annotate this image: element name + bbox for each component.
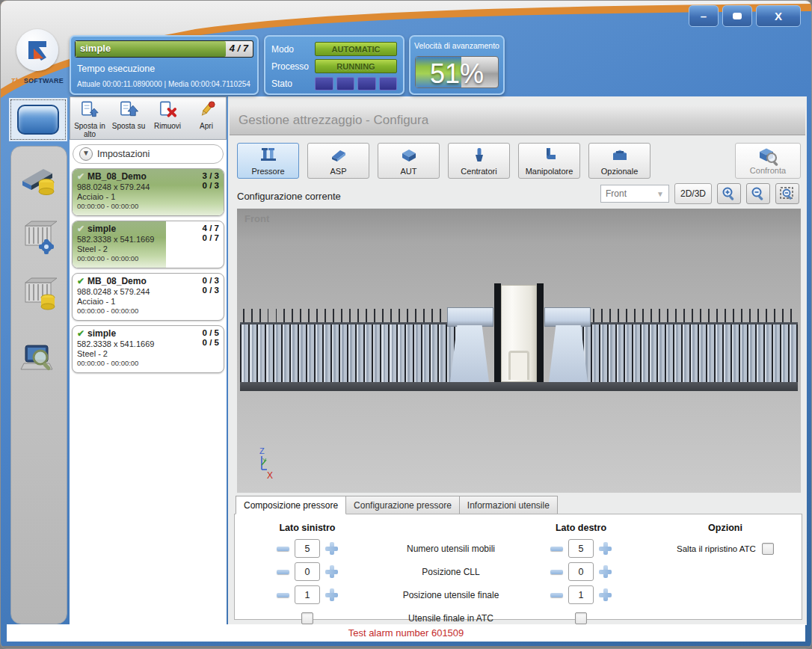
job-name: simple xyxy=(80,43,111,54)
job-card-dimensions: 988.0248 x 579.244 xyxy=(73,287,187,296)
sidebar-item-profile-database[interactable] xyxy=(18,159,60,200)
stepper-left: 1 xyxy=(277,585,338,604)
maximize-button[interactable] xyxy=(722,5,752,27)
toolbar-button-label: Rimuovi xyxy=(154,122,181,130)
tool-row-left xyxy=(240,309,464,382)
tab-aut[interactable]: AUT xyxy=(378,143,440,179)
increment-icon[interactable] xyxy=(325,588,338,601)
increment-icon[interactable] xyxy=(325,542,338,555)
increment-icon[interactable] xyxy=(325,565,338,578)
tab-label: Opzionale xyxy=(601,167,639,176)
center-column xyxy=(501,285,537,382)
decrement-icon[interactable] xyxy=(277,547,289,551)
toolbar-button-label: Sposta su xyxy=(112,122,145,130)
column-header-options: Opzioni xyxy=(708,519,742,537)
stepper-value[interactable]: 1 xyxy=(295,585,320,604)
decrement-icon[interactable] xyxy=(550,570,563,574)
stepper-left: 0 xyxy=(277,562,338,581)
job-card[interactable]: ✔MB_08_Demo0 / 3 0 / 3988.0248 x 579.244… xyxy=(72,273,224,321)
remove-icon xyxy=(158,99,178,122)
job-time-values: Attuale 00:00:11.0890000 | Media 00:00:0… xyxy=(77,80,250,88)
zoom-out-button[interactable] xyxy=(746,183,770,204)
sidebar-item-diagnostics[interactable] xyxy=(18,338,60,380)
detail-tab-informazioni-utensile[interactable]: Informazioni utensile xyxy=(459,496,558,514)
zoom-in-button[interactable] xyxy=(717,183,741,204)
view-select[interactable]: Front ▼ xyxy=(600,185,669,203)
minimize-button[interactable]: – xyxy=(689,5,719,27)
combo-arrow-icon: ▼ xyxy=(656,190,664,198)
checkbox-skip-atc-restore[interactable] xyxy=(762,543,774,555)
brand-text: TheSOFTWARE xyxy=(8,77,67,84)
detail-tabs: Composizione pressoreConfigurazione pres… xyxy=(236,496,557,514)
stato-indicator xyxy=(315,77,397,90)
aut-icon xyxy=(399,147,419,166)
confronta-button[interactable]: Confronta xyxy=(735,143,801,179)
tab-asp[interactable]: ASP xyxy=(307,143,369,179)
settings-expander[interactable]: ▼ Impostazioni xyxy=(73,144,224,164)
asp-icon xyxy=(329,147,348,166)
checkbox-left-atc[interactable] xyxy=(301,612,313,624)
detail-tab-configurazione-pressore[interactable]: Configurazione pressore xyxy=(345,496,460,514)
compare-icon xyxy=(757,146,779,166)
sidebar-item-rack-setup[interactable] xyxy=(18,215,60,257)
zoom-out-icon xyxy=(750,186,766,201)
job-toolbar: Sposta in altoSposta suRimuoviApri xyxy=(70,96,227,140)
increment-icon[interactable] xyxy=(599,542,612,555)
checkbox-right-atc[interactable] xyxy=(575,612,587,624)
feed-rate-panel: Velocità di avanzamento 51% xyxy=(409,35,505,95)
stepper-value[interactable]: 0 xyxy=(295,562,320,581)
stepper-value[interactable]: 5 xyxy=(295,539,320,558)
toolbar-button-apri[interactable]: Apri xyxy=(187,97,226,139)
check-icon: ✔ xyxy=(77,276,84,286)
page-title: Gestione attrezzaggio - Configura xyxy=(230,105,805,135)
job-card[interactable]: ✔MB_08_Demo3 / 3 0 / 3988.0248 x 579.244… xyxy=(72,168,224,216)
job-card-dimensions: 582.3338 x 541.1669 xyxy=(73,235,187,244)
toolbar-button-sposta-in-alto[interactable]: Sposta in alto xyxy=(70,97,109,139)
window-controls: – X xyxy=(689,5,801,27)
processo-value: RUNNING xyxy=(315,59,397,73)
decrement-icon[interactable] xyxy=(277,593,289,597)
category-tabs: PressoreASPAUTCentratoriManipolatoreOpzi… xyxy=(237,143,650,179)
toolbar-button-rimuovi[interactable]: Rimuovi xyxy=(148,97,187,139)
tab-centratori[interactable]: Centratori xyxy=(448,143,510,179)
tab-opzionale[interactable]: Opzionale xyxy=(588,143,650,179)
detail-tab-composizione-pressore[interactable]: Composizione pressore xyxy=(236,496,346,514)
machine-3d-view xyxy=(240,297,798,391)
job-card[interactable]: ✔simple4 / 7 0 / 7582.3338 x 541.1669Ste… xyxy=(72,221,224,268)
job-progress-panel: simple 4 / 7 Tempo esecuzione Attuale 00… xyxy=(70,35,259,95)
feed-rate-bar: 51% xyxy=(415,56,499,88)
job-list-panel: Sposta in altoSposta suRimuoviApri ▼ Imp… xyxy=(70,96,227,625)
stepper-value[interactable]: 0 xyxy=(568,562,594,581)
processo-label: Processo xyxy=(271,61,315,72)
close-button[interactable]: X xyxy=(756,5,801,27)
decrement-icon[interactable] xyxy=(550,593,563,597)
job-card-material: Acciaio - 1 xyxy=(73,297,224,306)
job-card-times: 00:00:00 - 00:00:00 xyxy=(73,307,224,315)
machine-base xyxy=(240,382,798,391)
tab-manipolatore[interactable]: Manipolatore xyxy=(518,143,580,179)
stepper-value[interactable]: 1 xyxy=(568,585,594,604)
decrement-icon[interactable] xyxy=(550,547,563,551)
tab-pressore[interactable]: Pressore xyxy=(237,143,299,179)
job-card-times: 00:00:00 - 00:00:00 xyxy=(73,254,224,262)
job-card-material: Steel - 2 xyxy=(73,244,224,253)
increment-icon[interactable] xyxy=(599,588,612,601)
zoom-fit-button[interactable] xyxy=(775,183,799,204)
decrement-icon[interactable] xyxy=(277,570,289,574)
job-time-label: Tempo esecuzione xyxy=(77,64,155,74)
centratori-icon xyxy=(470,147,489,166)
increment-icon[interactable] xyxy=(599,565,612,578)
sidebar-item-selected[interactable] xyxy=(9,98,67,141)
zoom-in-icon xyxy=(721,186,737,201)
stepper-value[interactable]: 5 xyxy=(568,539,594,558)
move-top-icon xyxy=(80,99,100,122)
job-card-times: 00:00:00 - 00:00:00 xyxy=(73,202,224,210)
pressore-icon xyxy=(259,147,278,166)
job-card[interactable]: ✔simple0 / 5 0 / 5582.3338 x 541.1669Ste… xyxy=(72,325,224,373)
view-2d3d-button[interactable]: 2D/3D xyxy=(674,183,712,204)
tab-label: Centratori xyxy=(461,167,496,176)
minimize-icon: – xyxy=(701,10,707,22)
machine-viewport[interactable]: Front Z Y X xyxy=(237,209,801,493)
toolbar-button-sposta-su[interactable]: Sposta su xyxy=(109,97,148,139)
sidebar-item-rack-database[interactable] xyxy=(18,272,60,314)
